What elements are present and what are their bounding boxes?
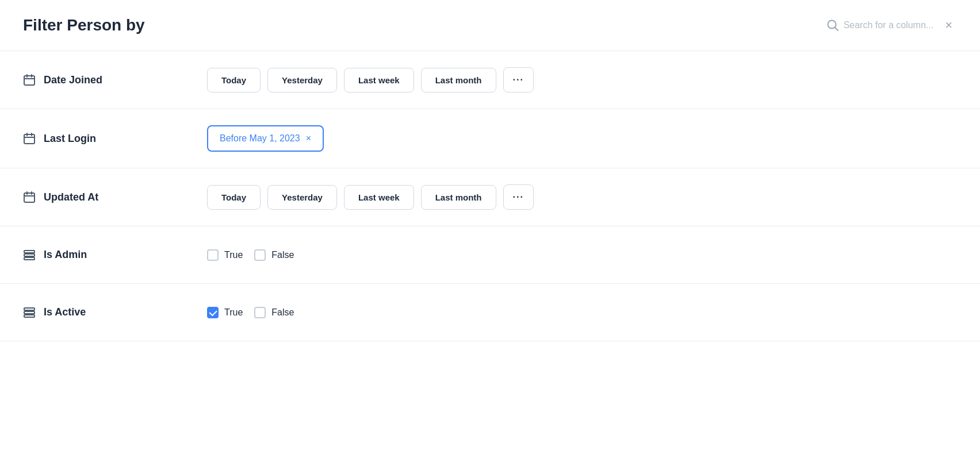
stack-icon-is-active [23, 306, 36, 319]
last-login-chip-clear-btn[interactable]: × [306, 134, 311, 143]
is-admin-false-checkbox[interactable] [254, 249, 266, 261]
stack-icon-is-admin [23, 249, 36, 261]
is-admin-true-label: True [224, 250, 243, 260]
date-joined-lastmonth-btn[interactable]: Last month [421, 68, 496, 93]
date-joined-label-wrap: Date Joined [23, 74, 207, 86]
updated-at-more-btn[interactable]: ··· [503, 184, 534, 210]
is-admin-label-wrap: Is Admin [23, 249, 207, 261]
is-admin-false-option[interactable]: False [254, 249, 294, 261]
is-admin-true-checkbox[interactable] [207, 249, 219, 261]
svg-rect-18 [24, 311, 35, 314]
is-active-false-checkbox[interactable] [254, 307, 266, 318]
is-active-label: Is Active [44, 306, 86, 318]
date-joined-lastweek-btn[interactable]: Last week [344, 68, 414, 93]
updated-at-yesterday-btn[interactable]: Yesterday [267, 185, 337, 210]
is-admin-label: Is Admin [44, 249, 87, 261]
panel-header: Filter Person by Search for a column... … [0, 0, 980, 51]
is-active-false-option[interactable]: False [254, 307, 294, 318]
is-active-true-option[interactable]: True [207, 307, 243, 318]
date-joined-today-btn[interactable]: Today [207, 68, 261, 93]
last-login-options: Before May 1, 2023 × [207, 125, 957, 152]
svg-rect-17 [24, 308, 35, 310]
last-login-active-chip: Before May 1, 2023 × [207, 125, 324, 152]
calendar-icon-last-login [23, 132, 36, 145]
filter-row-updated-at: Updated At Today Yesterday Last week Las… [0, 168, 980, 226]
is-active-label-wrap: Is Active [23, 306, 207, 319]
close-button[interactable]: × [940, 17, 957, 34]
search-wrapper: Search for a column... [826, 19, 934, 32]
svg-line-1 [834, 28, 837, 30]
last-login-label: Last Login [44, 133, 96, 145]
date-joined-label: Date Joined [44, 74, 102, 86]
filter-row-last-login: Last Login Before May 1, 2023 × [0, 109, 980, 168]
date-joined-yesterday-btn[interactable]: Yesterday [267, 68, 337, 93]
filter-row-date-joined: Date Joined Today Yesterday Last week La… [0, 51, 980, 109]
panel-title: Filter Person by [23, 16, 145, 34]
last-login-chip-text: Before May 1, 2023 [220, 133, 300, 144]
svg-rect-15 [24, 254, 35, 256]
updated-at-label: Updated At [44, 191, 98, 203]
updated-at-lastweek-btn[interactable]: Last week [344, 185, 414, 210]
updated-at-options: Today Yesterday Last week Last month ··· [207, 184, 957, 210]
svg-rect-16 [24, 257, 35, 260]
svg-rect-14 [24, 251, 35, 253]
svg-rect-6 [24, 134, 35, 144]
is-active-options: True False [207, 307, 957, 318]
svg-rect-10 [24, 193, 35, 202]
is-active-bool-options: True False [207, 307, 294, 318]
calendar-icon-date-joined [23, 74, 36, 86]
header-right: Search for a column... × [826, 17, 957, 34]
is-admin-false-label: False [271, 250, 294, 260]
updated-at-lastmonth-btn[interactable]: Last month [421, 185, 496, 210]
svg-rect-2 [24, 76, 35, 85]
date-joined-options: Today Yesterday Last week Last month ··· [207, 67, 957, 93]
updated-at-today-btn[interactable]: Today [207, 185, 261, 210]
filter-row-is-admin: Is Admin True False [0, 226, 980, 284]
last-login-label-wrap: Last Login [23, 132, 207, 145]
svg-rect-19 [24, 315, 35, 317]
is-active-false-label: False [271, 307, 294, 318]
date-joined-more-btn[interactable]: ··· [503, 67, 534, 93]
updated-at-label-wrap: Updated At [23, 191, 207, 203]
search-icon [826, 19, 839, 32]
is-admin-bool-options: True False [207, 249, 294, 261]
search-placeholder-text: Search for a column... [844, 20, 934, 30]
is-admin-true-option[interactable]: True [207, 249, 243, 261]
calendar-icon-updated-at [23, 191, 36, 203]
filter-panel: Filter Person by Search for a column... … [0, 0, 980, 470]
is-active-true-checkbox[interactable] [207, 307, 219, 318]
is-active-true-label: True [224, 307, 243, 318]
filter-row-is-active: Is Active True False [0, 284, 980, 341]
is-admin-options: True False [207, 249, 957, 261]
